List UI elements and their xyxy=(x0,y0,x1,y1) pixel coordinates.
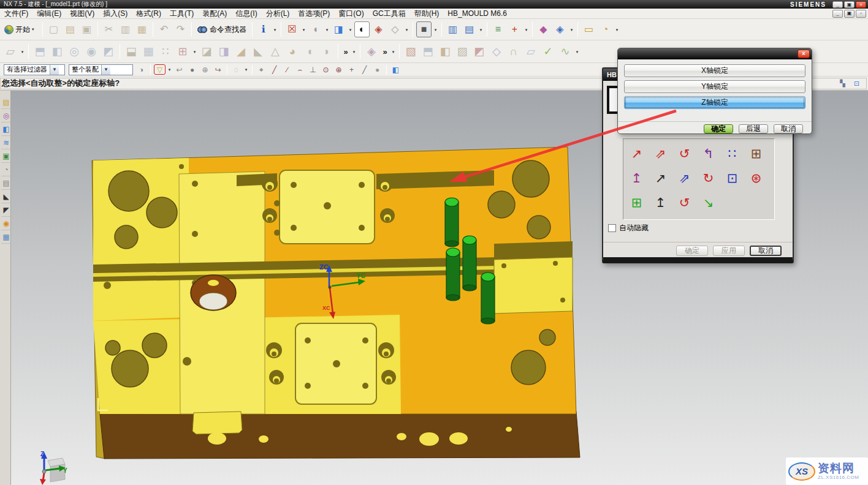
dropdown-caret[interactable]: ▾ xyxy=(569,21,574,37)
selection-filter-combo[interactable]: 有选择过滤器 ▼ xyxy=(4,64,65,75)
checkmate-flag-icon[interactable]: ▚ xyxy=(837,79,848,88)
rotate-square-icon[interactable]: ↺ xyxy=(672,190,696,215)
dropdown-caret[interactable]: ▾ xyxy=(523,21,529,37)
ok-button[interactable]: 确定 xyxy=(704,124,733,133)
green-array-icon[interactable]: ⊞ xyxy=(625,190,649,215)
rect-array-filled-icon[interactable]: ⊞ xyxy=(744,141,768,166)
offset-region-icon[interactable]: ◧ xyxy=(437,43,453,60)
replace-face-icon[interactable]: ▨ xyxy=(454,43,470,60)
dropdown-caret[interactable]: ▾ xyxy=(192,43,197,60)
new-file-icon[interactable]: ▢ xyxy=(46,21,61,37)
system-materials-icon[interactable]: ▤ xyxy=(1,176,11,190)
wireframe-display-icon[interactable]: ◈ xyxy=(371,21,386,37)
document-restore-button[interactable]: ▣ xyxy=(844,10,855,18)
window-pane-icon[interactable]: ▥ xyxy=(445,21,460,37)
pocket-icon[interactable]: ⬓ xyxy=(123,43,139,60)
menu-window[interactable]: 窗口(O) xyxy=(334,9,368,19)
snap-intersection-icon[interactable]: ⊥ xyxy=(307,64,319,75)
axis-lock-dialog[interactable]: × X轴锁定Y轴锁定Z轴锁定 确定 后退 取消 xyxy=(617,48,812,134)
minimize-button[interactable]: _ xyxy=(832,1,843,8)
dropdown-caret[interactable]: ▾ xyxy=(348,21,353,37)
document-close-button[interactable]: × xyxy=(856,10,866,18)
delete-face-icon[interactable]: ◇ xyxy=(489,43,504,60)
menu-format[interactable]: 格式(R) xyxy=(132,9,166,19)
snap-midpoint-icon[interactable]: ∕ xyxy=(281,64,293,75)
mold-wizard-icon[interactable]: ◖ xyxy=(308,21,323,37)
split-body-icon[interactable]: ◣ xyxy=(250,43,266,60)
menu-edit[interactable]: 编辑(E) xyxy=(32,9,66,19)
drag-move-icon[interactable]: ↘ xyxy=(696,190,720,215)
window-cascade-icon[interactable]: ▤ xyxy=(462,21,477,37)
internet-icon[interactable]: ≋ xyxy=(1,136,11,149)
chamfer-icon[interactable]: ◖ xyxy=(302,43,318,60)
dropdown-caret[interactable]: ▾ xyxy=(243,64,249,75)
snap-face-icon[interactable]: ● xyxy=(371,64,383,75)
unite-icon[interactable]: ◪ xyxy=(199,43,215,60)
snap-quadrant-icon[interactable]: ⊕ xyxy=(333,64,345,75)
rect-array-icon[interactable]: ∷ xyxy=(720,141,744,166)
mold-base-plate[interactable] xyxy=(92,147,580,459)
pad-icon[interactable]: ▦ xyxy=(140,43,156,60)
sketch-icon[interactable]: ▱ xyxy=(2,43,18,60)
information-note-icon[interactable]: ℹ xyxy=(256,21,271,37)
overflow-chevron[interactable]: » xyxy=(381,43,389,60)
surface-icon[interactable]: ∩ xyxy=(506,43,522,60)
close-icon[interactable]: × xyxy=(798,50,810,58)
translate-copy-icon[interactable]: ↗ xyxy=(649,166,672,190)
undo-icon[interactable]: ↶ xyxy=(156,21,172,37)
circular-array-icon[interactable]: ⊛ xyxy=(744,166,768,190)
cancel-button[interactable]: 取消 xyxy=(774,124,803,133)
wcs-cube-icon[interactable]: ◧ xyxy=(390,64,402,75)
ghost-display-icon[interactable]: ◇ xyxy=(387,21,403,37)
autohide-checkbox[interactable] xyxy=(608,224,616,232)
measure-distance-icon[interactable]: ▭ xyxy=(581,21,596,37)
dropdown-caret[interactable]: ▾ xyxy=(390,43,396,60)
translate-icon[interactable]: ↗ xyxy=(625,141,649,166)
instance-icon[interactable]: ⊞ xyxy=(175,43,191,60)
move-up-icon[interactable]: ↥ xyxy=(649,190,672,215)
rotate-copy-icon[interactable]: ↻ xyxy=(696,166,720,190)
dropdown-caret[interactable]: ▾ xyxy=(433,21,438,37)
background-display-icon[interactable]: ■ xyxy=(416,21,432,37)
roles-icon[interactable]: ◉ xyxy=(1,217,11,230)
menu-information[interactable]: 信息(I) xyxy=(231,9,261,19)
history-icon[interactable]: ◔ xyxy=(1,163,11,176)
part-list-icon[interactable]: ≡ xyxy=(490,21,506,37)
restore-button[interactable]: ▣ xyxy=(844,1,855,8)
shaded-display-icon[interactable]: ◐ xyxy=(354,21,370,37)
rotate-angle-icon[interactable]: ↺ xyxy=(672,141,696,166)
menu-view[interactable]: 视图(V) xyxy=(66,9,99,19)
menu-file[interactable]: 文件(F) xyxy=(0,9,32,19)
snap-filter-icon[interactable]: ▽ xyxy=(154,64,166,75)
measure-angle-icon[interactable]: ◔ xyxy=(598,21,613,37)
move-csys-lock-icon[interactable]: ↰ xyxy=(696,141,720,166)
dropdown-caret[interactable]: ▾ xyxy=(404,21,409,37)
rotate-lock-icon[interactable]: ⊡ xyxy=(720,166,744,190)
edge-blend-icon[interactable]: ◕ xyxy=(284,43,300,60)
lasso-icon[interactable]: ◌ xyxy=(230,64,242,75)
dropdown-caret[interactable]: ▾ xyxy=(20,43,25,60)
menu-preferences[interactable]: 首选项(P) xyxy=(294,9,334,19)
datum-plane-icon[interactable]: ⬒ xyxy=(32,43,48,60)
process-studio-icon[interactable]: ◣ xyxy=(1,190,11,203)
role-palette-icon[interactable]: ◆ xyxy=(536,21,551,37)
spreadsheet-x-icon[interactable]: ☒ xyxy=(284,21,300,37)
snap-tangent-icon[interactable]: ╱ xyxy=(359,64,370,75)
close-button[interactable]: × xyxy=(856,1,866,8)
chevron-down-icon[interactable]: ▼ xyxy=(101,65,110,75)
examine-geometry-icon[interactable]: ✓ xyxy=(540,43,556,60)
dropdown-caret[interactable]: ▾ xyxy=(574,43,580,60)
dropdown-caret[interactable]: ▾ xyxy=(324,21,330,37)
manufacturing-wizard-icon[interactable]: ◤ xyxy=(1,203,11,217)
cut-icon[interactable]: ✂ xyxy=(101,21,116,37)
translate-point-icon[interactable]: ⇗ xyxy=(649,141,672,166)
hole-icon[interactable]: ◉ xyxy=(83,43,99,60)
z-axis-lock-button[interactable]: Z轴锁定 xyxy=(624,96,805,109)
pull-face-icon[interactable]: ⬒ xyxy=(420,43,436,60)
dropdown-caret[interactable]: ▾ xyxy=(167,64,172,75)
dropdown-caret[interactable]: ▾ xyxy=(614,21,620,37)
shell-icon[interactable]: ◗ xyxy=(319,43,335,60)
dropdown-caret[interactable]: ▾ xyxy=(351,43,357,60)
redo-icon[interactable]: ↷ xyxy=(173,21,188,37)
snap-endpoint-icon[interactable]: ╱ xyxy=(268,64,280,75)
